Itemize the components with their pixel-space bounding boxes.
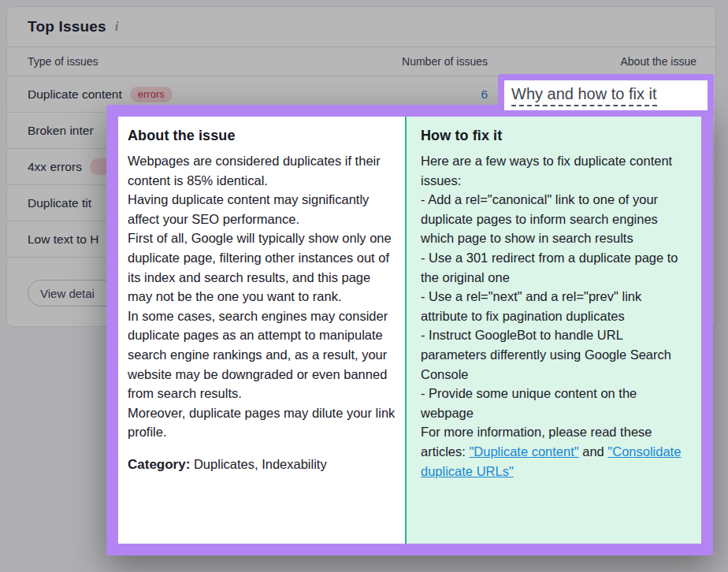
about-issue-panel: About the issue Webpages are considered …	[118, 117, 405, 544]
how-to-fix-panel: How to fix it Here are a few ways to fix…	[405, 117, 701, 544]
about-issue-body: Webpages are considered duplicates if th…	[128, 151, 397, 442]
page: Top Issues i Type of issues Number of is…	[0, 0, 728, 572]
why-how-to-fix-link[interactable]: Why and how to fix it	[498, 74, 714, 117]
how-to-fix-title: How to fix it	[421, 128, 689, 144]
category-line: Category: Duplicates, Indexability	[128, 457, 397, 473]
more-info-line: For more information, please read these …	[421, 422, 689, 481]
category-label: Category:	[128, 457, 190, 472]
why-how-to-fix-label: Why and how to fix it	[511, 85, 657, 106]
duplicate-content-link[interactable]: "Duplicate content"	[469, 444, 578, 459]
more-info-middle: and	[579, 444, 608, 459]
category-value: Duplicates, Indexability	[190, 457, 326, 471]
issue-details-popup: About the issue Webpages are considered …	[106, 105, 713, 555]
how-to-fix-body: Here are a few ways to fix duplicate con…	[421, 151, 689, 422]
about-issue-title: About the issue	[128, 128, 397, 144]
